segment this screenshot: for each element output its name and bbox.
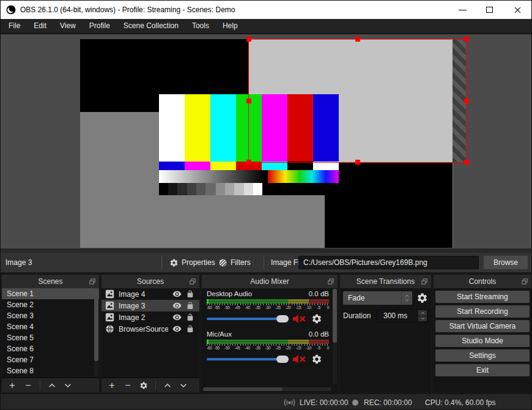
visibility-eye-icon[interactable] [172, 324, 182, 334]
scenes-title: Scenes [38, 277, 62, 286]
lock-open-icon[interactable] [186, 325, 194, 333]
transition-select[interactable]: Fade [343, 291, 412, 305]
scene-list-item[interactable]: Scene 3 [2, 310, 99, 321]
source-properties-button[interactable] [137, 380, 150, 391]
gear-icon [169, 258, 179, 267]
mixer-scrollbar[interactable] [333, 289, 337, 385]
scene-canvas[interactable] [80, 39, 453, 248]
transition-value: Fade [343, 294, 401, 302]
add-source-button[interactable]: + [105, 380, 119, 391]
start-streaming-button[interactable]: Start Streaming [435, 291, 530, 303]
meter-tick-label: -25 [275, 305, 281, 310]
selection-handle-middle-right[interactable] [464, 99, 469, 103]
source-list-item[interactable]: Image 2 [102, 311, 199, 323]
mixer-channel-mic-aux: Mic/Aux 0.0 dB -60 -55 -50 -45 -40 -35 -… [207, 330, 329, 365]
lock-open-icon[interactable] [186, 302, 194, 310]
close-button[interactable] [504, 1, 530, 19]
mute-speaker-icon[interactable] [293, 354, 307, 364]
meter-tick-label: -10 [306, 346, 311, 350]
menu-scene-collection[interactable]: Scene Collection [117, 19, 185, 33]
filters-button[interactable]: Filters [218, 253, 251, 272]
duration-increase-button[interactable] [418, 310, 427, 316]
selection-handle-top-right[interactable] [464, 37, 469, 42]
remove-scene-button[interactable]: − [21, 380, 35, 391]
meter-tick-label: 0 [327, 346, 329, 350]
scene-transitions-header: Scene Transitions [340, 275, 431, 288]
meter-tick-label: -20 [286, 305, 291, 310]
volume-slider[interactable] [207, 315, 289, 322]
selection-handle-top-middle[interactable] [355, 37, 360, 42]
popout-icon[interactable] [327, 278, 334, 285]
minimize-button[interactable] [449, 1, 476, 19]
slider-handle[interactable] [276, 356, 289, 363]
selection-handle-bottom-left[interactable] [246, 160, 251, 165]
image-file-input[interactable] [298, 256, 479, 269]
menu-edit[interactable]: Edit [27, 19, 53, 33]
exit-button[interactable]: Exit [435, 364, 530, 376]
popout-icon[interactable] [421, 278, 428, 285]
scrollbar-thumb[interactable] [333, 289, 337, 343]
source-list-item[interactable]: Image 3 [102, 300, 199, 311]
scenes-scrollbar[interactable] [94, 289, 98, 377]
source-list-item[interactable]: Image 4 [102, 288, 199, 300]
gear-icon[interactable] [311, 313, 322, 324]
lock-open-icon[interactable] [186, 290, 194, 298]
browse-button[interactable]: Browse [484, 256, 528, 269]
selection-handle-bottom-middle[interactable] [355, 160, 360, 165]
settings-button[interactable]: Settings [435, 349, 530, 362]
studio-mode-button[interactable]: Studio Mode [435, 335, 530, 347]
menu-file[interactable]: File [2, 19, 27, 33]
popout-icon[interactable] [189, 278, 196, 285]
visibility-eye-icon[interactable] [172, 289, 182, 299]
meter-tick-label: -40 [245, 346, 250, 350]
source-list-item[interactable]: BrowserSource [102, 323, 199, 335]
mute-speaker-icon[interactable] [293, 314, 307, 324]
add-scene-button[interactable]: + [6, 380, 19, 391]
menu-view[interactable]: View [53, 19, 83, 33]
popout-icon[interactable] [521, 278, 528, 285]
gear-icon[interactable] [311, 354, 322, 365]
start-virtual-camera-button[interactable]: Start Virtual Camera [435, 320, 530, 332]
menu-profile[interactable]: Profile [83, 19, 117, 33]
source-name: Image 4 [119, 290, 168, 299]
selection-handle-bottom-right[interactable] [464, 160, 469, 165]
source-black-bottom-right[interactable] [325, 163, 453, 248]
move-scene-down-button[interactable] [61, 380, 75, 391]
remove-source-button[interactable]: − [121, 380, 135, 391]
selection-box[interactable] [248, 39, 467, 163]
selection-handle-middle-left[interactable] [246, 99, 251, 103]
volume-slider[interactable] [207, 356, 289, 363]
slider-handle[interactable] [276, 315, 289, 322]
scrollbar-thumb[interactable] [94, 289, 98, 361]
popout-icon[interactable] [89, 278, 96, 285]
start-recording-button[interactable]: Start Recording [435, 305, 530, 318]
menu-tools[interactable]: Tools [185, 19, 216, 33]
visibility-eye-icon[interactable] [172, 301, 182, 310]
duration-spinbox[interactable]: 300 ms [377, 309, 428, 322]
move-scene-up-button[interactable] [45, 380, 59, 391]
move-source-down-button[interactable] [177, 380, 190, 391]
scrollbar-thumb[interactable] [203, 387, 283, 391]
maximize-button[interactable] [476, 1, 502, 19]
lock-open-icon[interactable] [186, 313, 194, 321]
chevron-down-icon [420, 316, 426, 321]
combo-arrows[interactable] [401, 291, 412, 305]
scene-list-item[interactable]: Scene 2 [2, 299, 99, 310]
visibility-eye-icon[interactable] [172, 313, 182, 322]
selection-handle-top-left[interactable] [246, 37, 251, 42]
scene-list-item[interactable]: Scene 7 [2, 354, 99, 365]
transition-settings-gear-icon[interactable] [416, 292, 428, 304]
meter-tick-label: -20 [286, 346, 291, 350]
mixer-horizontal-scrollbar[interactable] [203, 387, 331, 391]
scene-list-item[interactable]: Scene 5 [2, 332, 99, 343]
properties-button[interactable]: Properties [169, 253, 215, 272]
scene-list-item[interactable]: Scene 6 [2, 343, 99, 354]
globe-icon [105, 324, 114, 334]
menu-help[interactable]: Help [216, 19, 245, 33]
scene-list-item[interactable]: Scene 1 [2, 288, 99, 299]
move-source-up-button[interactable] [161, 380, 174, 391]
scene-list-item[interactable]: Scene 8 [2, 365, 99, 376]
scenes-header: Scenes [2, 275, 99, 288]
scene-list-item[interactable]: Scene 4 [2, 321, 99, 332]
duration-decrease-button[interactable] [418, 316, 427, 322]
